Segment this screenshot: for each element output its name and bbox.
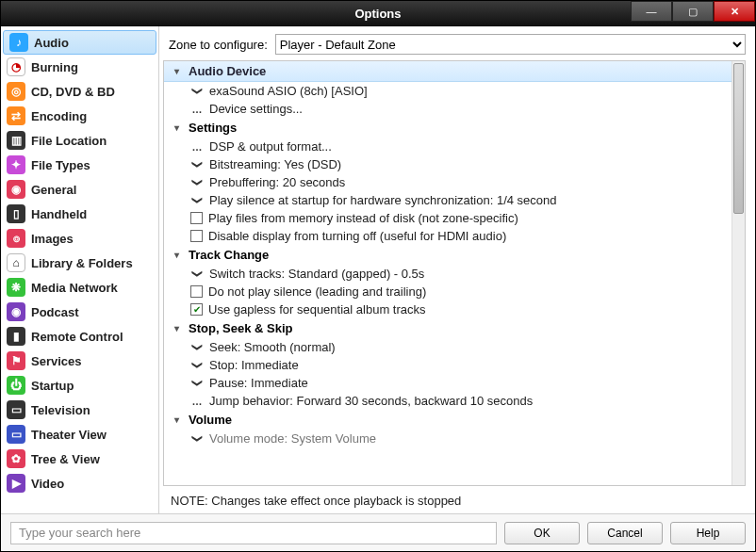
footer: Type your search here OK Cancel Help bbox=[1, 513, 755, 551]
sidebar-item-video[interactable]: ▶Video bbox=[1, 471, 158, 495]
section-header[interactable]: ▾Audio Device bbox=[164, 61, 731, 82]
sidebar-icon: ◎ bbox=[7, 82, 25, 101]
chevron-down-icon: ❯ bbox=[191, 341, 204, 354]
sidebar-item-services[interactable]: ⚑Services bbox=[1, 349, 158, 373]
sidebar-item-images[interactable]: ⌾Images bbox=[1, 226, 158, 251]
search-input[interactable]: Type your search here bbox=[10, 522, 497, 544]
section-title: Stop, Seek & Skip bbox=[189, 321, 293, 335]
setting-row[interactable]: …Device settings... bbox=[164, 100, 731, 118]
sidebar-item-file-location[interactable]: ▥File Location bbox=[1, 128, 158, 153]
setting-row[interactable]: ✔Use gapless for sequential album tracks bbox=[164, 300, 731, 318]
zone-bar: Zone to configure: Player - Default Zone bbox=[159, 26, 755, 60]
options-frame: ♪Audio◔Burning◎CD, DVD & BD⇄Encoding▥Fil… bbox=[0, 26, 756, 552]
setting-row[interactable]: ❯Switch tracks: Standard (gapped) - 0.5s bbox=[164, 265, 731, 283]
ellipsis-icon: … bbox=[190, 396, 204, 407]
sidebar-icon: ◉ bbox=[7, 180, 25, 199]
content: ♪Audio◔Burning◎CD, DVD & BD⇄Encoding▥Fil… bbox=[1, 26, 755, 513]
chevron-down-icon: ▾ bbox=[170, 323, 183, 333]
sidebar-item-label: Burning bbox=[31, 60, 78, 74]
minimize-button[interactable]: — bbox=[631, 1, 672, 22]
sidebar-item-label: File Location bbox=[31, 134, 107, 148]
sidebar-item-media-network[interactable]: ❋Media Network bbox=[1, 275, 158, 300]
chevron-down-icon: ▾ bbox=[170, 250, 183, 260]
section-header[interactable]: ▾Volume bbox=[164, 410, 731, 430]
sidebar-item-label: Services bbox=[31, 354, 82, 368]
section-title: Settings bbox=[189, 121, 237, 135]
zone-select[interactable]: Player - Default Zone bbox=[275, 34, 746, 55]
setting-row[interactable]: ❯Volume mode: System Volume bbox=[164, 430, 731, 447]
ellipsis-icon: … bbox=[190, 104, 204, 115]
sidebar-item-general[interactable]: ◉General bbox=[1, 177, 158, 202]
setting-row[interactable]: ❯Prebuffering: 20 seconds bbox=[164, 173, 731, 191]
sidebar-item-theater-view[interactable]: ▭Theater View bbox=[1, 422, 158, 446]
cancel-button[interactable]: Cancel bbox=[587, 522, 663, 544]
sidebar-item-tree-view[interactable]: ✿Tree & View bbox=[1, 446, 158, 471]
chevron-down-icon: ❯ bbox=[191, 359, 204, 372]
sidebar-item-label: Podcast bbox=[31, 305, 79, 319]
sidebar-item-handheld[interactable]: ▯Handheld bbox=[1, 202, 158, 226]
help-button[interactable]: Help bbox=[670, 522, 746, 544]
sidebar-icon: ◔ bbox=[7, 57, 25, 76]
sidebar-icon: ⚑ bbox=[7, 351, 25, 370]
setting-row[interactable]: ❯exaSound ASIO (8ch) [ASIO] bbox=[164, 82, 731, 100]
vertical-scrollbar[interactable] bbox=[731, 61, 745, 485]
right-pane: Zone to configure: Player - Default Zone… bbox=[159, 26, 755, 513]
sidebar-item-file-types[interactable]: ✦File Types bbox=[1, 153, 158, 177]
ok-button[interactable]: OK bbox=[504, 522, 580, 544]
sidebar-item-label: Video bbox=[31, 477, 64, 491]
checkbox[interactable]: ✔ bbox=[190, 303, 203, 316]
sidebar-icon: ▶ bbox=[7, 474, 25, 493]
chevron-down-icon: ❯ bbox=[191, 176, 204, 189]
section-header[interactable]: ▾Settings bbox=[164, 118, 731, 138]
checkbox[interactable] bbox=[190, 285, 203, 298]
maximize-button[interactable]: ▢ bbox=[672, 1, 714, 22]
checkbox[interactable] bbox=[190, 230, 203, 242]
sidebar-item-remote-control[interactable]: ▮Remote Control bbox=[1, 324, 158, 349]
sidebar-item-cd-dvd-bd[interactable]: ◎CD, DVD & BD bbox=[1, 79, 158, 104]
setting-row[interactable]: …DSP & output format... bbox=[164, 138, 731, 155]
close-button[interactable]: ✕ bbox=[714, 1, 755, 22]
setting-row[interactable]: ❯Seek: Smooth (normal) bbox=[164, 338, 731, 356]
category-sidebar: ♪Audio◔Burning◎CD, DVD & BD⇄Encoding▥Fil… bbox=[1, 26, 159, 513]
sidebar-icon: ▥ bbox=[7, 131, 25, 150]
sidebar-item-label: CD, DVD & BD bbox=[31, 85, 115, 99]
setting-row[interactable]: ❯Stop: Immediate bbox=[164, 356, 731, 374]
setting-row[interactable]: ❯Play silence at startup for hardware sy… bbox=[164, 191, 731, 209]
sidebar-item-library-folders[interactable]: ⌂Library & Folders bbox=[1, 251, 158, 275]
sidebar-item-encoding[interactable]: ⇄Encoding bbox=[1, 104, 158, 128]
setting-row[interactable]: Disable display from turning off (useful… bbox=[164, 227, 731, 245]
setting-label: Pause: Immediate bbox=[209, 376, 308, 390]
sidebar-icon: ▯ bbox=[7, 204, 25, 223]
scroll-thumb[interactable] bbox=[733, 63, 744, 214]
search-placeholder: Type your search here bbox=[19, 526, 140, 540]
setting-row[interactable]: …Jump behavior: Forward 30 seconds, back… bbox=[164, 392, 731, 410]
chevron-down-icon: ▾ bbox=[170, 122, 183, 133]
sidebar-icon: ✦ bbox=[7, 155, 25, 174]
setting-row[interactable]: Play files from memory instead of disk (… bbox=[164, 209, 731, 227]
setting-row[interactable]: ❯Pause: Immediate bbox=[164, 374, 731, 392]
sidebar-item-podcast[interactable]: ◉Podcast bbox=[1, 300, 158, 324]
sidebar-item-burning[interactable]: ◔Burning bbox=[1, 55, 158, 79]
sidebar-item-label: Television bbox=[31, 403, 90, 417]
sidebar-item-label: Library & Folders bbox=[31, 256, 133, 270]
section-header[interactable]: ▾Stop, Seek & Skip bbox=[164, 318, 731, 338]
sidebar-item-television[interactable]: ▭Television bbox=[1, 398, 158, 422]
setting-label: exaSound ASIO (8ch) [ASIO] bbox=[209, 84, 368, 98]
setting-label: Play silence at startup for hardware syn… bbox=[209, 193, 557, 207]
settings-tree[interactable]: ▾Audio Device❯exaSound ASIO (8ch) [ASIO]… bbox=[164, 61, 731, 485]
sidebar-item-startup[interactable]: ⏻Startup bbox=[1, 373, 158, 398]
setting-label: Do not play silence (leading and trailin… bbox=[208, 284, 426, 299]
setting-label: Prebuffering: 20 seconds bbox=[209, 175, 345, 189]
checkbox[interactable] bbox=[190, 212, 203, 224]
sidebar-item-audio[interactable]: ♪Audio bbox=[3, 30, 156, 55]
setting-label: Device settings... bbox=[209, 102, 303, 116]
setting-row[interactable]: Do not play silence (leading and trailin… bbox=[164, 283, 731, 300]
setting-row[interactable]: ❯Bitstreaming: Yes (DSD) bbox=[164, 155, 731, 173]
sidebar-icon: ✿ bbox=[7, 449, 25, 468]
section-header[interactable]: ▾Track Change bbox=[164, 245, 731, 265]
chevron-down-icon: ❯ bbox=[191, 158, 204, 171]
sidebar-item-label: Tree & View bbox=[31, 452, 100, 466]
ellipsis-icon: … bbox=[190, 141, 204, 153]
setting-label: Jump behavior: Forward 30 seconds, backw… bbox=[209, 394, 533, 408]
sidebar-item-label: File Types bbox=[31, 158, 90, 172]
